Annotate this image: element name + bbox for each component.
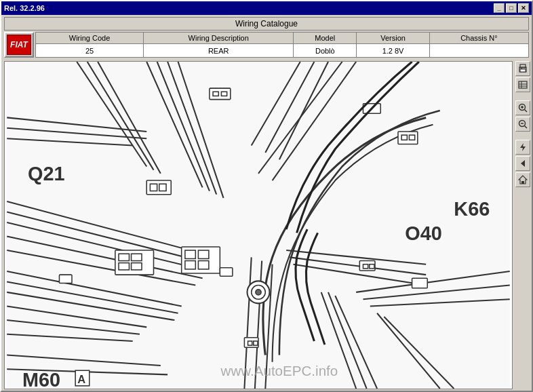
watermark: www.AutoEPC.info — [220, 363, 338, 378]
zoom-in-button[interactable] — [515, 100, 530, 115]
svg-rect-74 — [59, 275, 72, 283]
svg-rect-53 — [119, 263, 129, 270]
svg-rect-59 — [198, 261, 208, 269]
svg-rect-61 — [363, 264, 368, 269]
svg-rect-57 — [198, 250, 208, 258]
right-toolbar — [514, 60, 532, 391]
svg-rect-51 — [119, 254, 129, 260]
label-q21: Q21 — [28, 163, 64, 184]
print-button[interactable] — [515, 61, 530, 76]
svg-rect-48 — [150, 184, 157, 191]
title-bar: Rel. 32.2.96 _ □ ✕ — [1, 1, 532, 15]
arrow-left-button[interactable] — [515, 156, 530, 171]
list-button[interactable] — [515, 77, 530, 92]
zoom-out-button[interactable] — [515, 117, 530, 132]
lightning-icon — [518, 142, 528, 152]
label-m60: M60 — [22, 369, 60, 389]
svg-rect-44 — [213, 92, 218, 96]
svg-rect-72 — [401, 135, 407, 140]
svg-rect-95 — [521, 181, 524, 184]
catalogue-title: Wiring Catalogue — [4, 17, 529, 31]
label-o40: O40 — [405, 222, 442, 244]
arrow-left-icon — [518, 159, 528, 168]
main-window: Rel. 32.2.96 _ □ ✕ Wiring Catalogue FIAT… — [0, 0, 533, 392]
print-icon — [518, 64, 528, 73]
data-chassis — [429, 44, 528, 58]
svg-point-66 — [256, 290, 261, 295]
info-table: Wiring Code Wiring Description Model Ver… — [35, 32, 529, 58]
svg-rect-63 — [412, 278, 428, 288]
svg-rect-52 — [132, 254, 142, 260]
lightning-button[interactable] — [515, 140, 530, 155]
header-info-row: FIAT Wiring Code Wiring Description Mode… — [4, 32, 529, 58]
zoom-in-icon — [518, 103, 528, 113]
data-wiring-code: 25 — [36, 44, 144, 58]
title-bar-buttons: _ □ ✕ — [494, 3, 529, 13]
wiring-diagram: Q21 K66 O40 M60 A C54 M01 A — [5, 62, 512, 389]
label-k66: K66 — [454, 198, 490, 220]
main-content: Q21 K66 O40 M60 A C54 M01 A — [1, 60, 532, 391]
list-icon — [518, 80, 528, 90]
maximize-button[interactable]: □ — [506, 3, 517, 13]
svg-rect-49 — [159, 184, 166, 191]
svg-rect-58 — [185, 261, 195, 269]
col-chassis: Chassis N° — [429, 33, 528, 44]
header-section: Wiring Catalogue FIAT Wiring Code Wiring… — [1, 15, 532, 60]
svg-rect-56 — [185, 250, 195, 258]
svg-rect-79 — [520, 69, 526, 72]
minimize-button[interactable]: _ — [494, 3, 505, 13]
svg-rect-62 — [370, 264, 374, 269]
label-m60-a: A — [77, 373, 85, 385]
svg-marker-93 — [521, 160, 525, 167]
svg-rect-67 — [220, 268, 233, 276]
zoom-out-icon — [518, 119, 528, 129]
fiat-logo: FIAT — [4, 32, 34, 58]
svg-marker-92 — [520, 143, 526, 151]
fiat-logo-inner: FIAT — [7, 35, 31, 55]
svg-rect-70 — [254, 341, 258, 345]
svg-rect-73 — [409, 135, 414, 140]
home-button[interactable] — [515, 172, 530, 187]
svg-rect-45 — [221, 92, 226, 96]
diagram-area[interactable]: Q21 K66 O40 M60 A C54 M01 A — [4, 61, 513, 389]
data-model: Doblò — [294, 44, 357, 58]
svg-rect-81 — [519, 81, 527, 88]
svg-rect-69 — [248, 341, 252, 345]
data-version: 1.2 8V — [357, 44, 430, 58]
col-model: Model — [294, 33, 357, 44]
col-wiring-code: Wiring Code — [36, 33, 144, 44]
home-icon — [518, 175, 528, 184]
svg-rect-80 — [521, 68, 522, 69]
col-version: Version — [357, 33, 430, 44]
col-wiring-description: Wiring Description — [144, 33, 294, 44]
close-button[interactable]: ✕ — [518, 3, 529, 13]
svg-line-86 — [525, 110, 528, 113]
title-bar-text: Rel. 32.2.96 — [4, 4, 45, 12]
svg-line-90 — [525, 126, 528, 129]
svg-rect-54 — [132, 263, 142, 270]
data-wiring-description: REAR — [144, 44, 294, 58]
